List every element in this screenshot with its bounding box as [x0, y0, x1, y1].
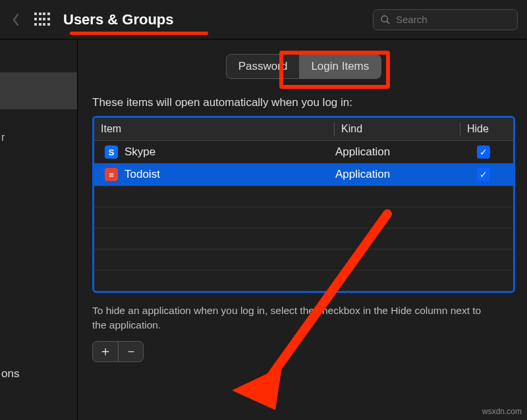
column-header-item[interactable]: Item [94, 118, 334, 140]
svg-marker-3 [232, 367, 282, 410]
sidebar-text-fragment: r [1, 132, 77, 144]
sidebar-selected-item[interactable] [0, 72, 77, 109]
login-items-hint: These items will open automatically when… [92, 96, 515, 109]
add-remove-group: ＋ － [92, 341, 144, 362]
back-button[interactable] [9, 13, 22, 26]
item-kind: Application [335, 145, 460, 159]
item-kind: Application [335, 168, 460, 181]
add-button[interactable]: ＋ [93, 342, 118, 361]
hide-checkbox[interactable]: ✓ [477, 168, 490, 181]
table-row[interactable]: ≡TodoistApplication✓ [94, 163, 513, 186]
sidebar-text-fragment: ons [1, 367, 19, 381]
remove-button[interactable]: － [118, 342, 143, 361]
column-header-kind[interactable]: Kind [335, 118, 460, 140]
tab-password[interactable]: Password [227, 55, 300, 78]
hide-column-hint: To hide an application when you log in, … [92, 303, 487, 333]
app-icon: ≡ [105, 168, 118, 181]
column-header-hide[interactable]: Hide [460, 118, 513, 140]
search-input[interactable] [396, 14, 511, 25]
svg-line-1 [387, 21, 389, 24]
tab-login-items[interactable]: Login Items [299, 55, 381, 78]
watermark: wsxdn.com [482, 407, 522, 416]
annotation-underline [70, 32, 208, 35]
svg-point-0 [381, 16, 387, 22]
search-field[interactable] [373, 9, 518, 30]
apps-grid-icon[interactable] [34, 13, 50, 27]
app-icon: S [105, 145, 118, 159]
item-name: Skype [125, 145, 155, 159]
page-title: Users & Groups [63, 11, 174, 28]
search-icon [380, 14, 391, 25]
item-name: Todoist [125, 168, 160, 181]
tab-group: Password Login Items [226, 54, 382, 79]
table-row[interactable]: SSkypeApplication✓ [94, 141, 513, 163]
login-items-table: Item Kind Hide SSkypeApplication✓≡Todois… [92, 116, 515, 293]
hide-checkbox[interactable]: ✓ [477, 145, 490, 159]
sidebar: r ons [0, 39, 78, 420]
